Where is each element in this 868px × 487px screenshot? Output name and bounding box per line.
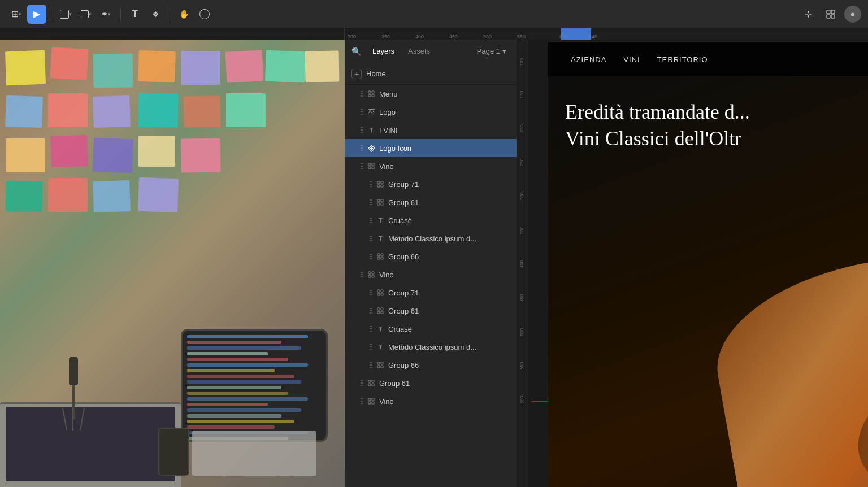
transform-btn[interactable]: ⊹ [799,5,817,23]
svg-rect-3 [831,15,835,18]
nav-item-vini: VINI [623,55,640,64]
ruler-vertical: 100 150 200 250 300 350 400 450 500 550 … [517,40,528,487]
toolbar-right: ⊹ ● [799,5,861,23]
sticky-note-9 [5,95,43,128]
layer-item-vino-2[interactable]: Vino [345,266,517,284]
text-icon: T [132,9,138,19]
svg-rect-49 [372,398,374,401]
layer-label-logo: Logo [379,108,510,116]
layer-item-cruase-2[interactable]: T Cruasè [345,320,517,338]
svg-rect-33 [381,290,383,292]
layer-item-group-61-2[interactable]: Group 61 [345,302,517,320]
layer-label-metodo-1: Metodo Classico ipsum d... [388,234,510,243]
layer-label-group-71-1: Group 71 [388,180,510,189]
layers-tab[interactable]: Layers [367,45,400,58]
canvas-area[interactable]: 100 150 200 250 300 350 400 450 500 550 … [517,40,868,487]
layer-item-group-71-1[interactable]: Group 71 [345,175,517,193]
sticky-note-10 [48,93,88,127]
group-icon [376,288,385,297]
assets-tab[interactable]: Assets [402,45,436,58]
pen-tool-btn[interactable]: ✒ ▾ [97,5,116,24]
svg-rect-22 [377,203,380,205]
sticky-note-17 [93,138,133,173]
text-tool-btn[interactable]: T [125,5,145,24]
drag-handle [370,218,372,223]
left-background-photo [0,40,345,487]
user-avatar-btn[interactable]: ● [844,6,861,23]
page-selector[interactable]: Page 1 ▾ [474,45,510,58]
sticky-note-13 [184,95,221,127]
svg-rect-12 [368,163,371,166]
component-tool-btn[interactable]: ❖ [146,5,165,24]
transform-icon: ⊹ [805,8,812,19]
drag-handle [361,398,363,404]
layer-label-vino-1: Vino [379,162,510,171]
layer-item-logo[interactable]: Logo [345,103,517,121]
layer-item-vino-1[interactable]: Vino [345,157,517,175]
layer-item-metodo-2[interactable]: T Metodo Classico ipsum d... [345,338,517,356]
layer-item-group-66-2[interactable]: Group 66 [345,356,517,374]
tools-left: ⊞ ▾ ▶ ▾ ▾ ✒ ▾ T ❖ ✋ [7,5,214,24]
layer-label-menu: Menu [379,90,510,98]
svg-rect-5 [372,91,374,93]
svg-rect-46 [368,384,371,386]
drag-handle [370,199,372,205]
home-layer-item[interactable]: + Home [345,63,517,85]
toolbar: ⊞ ▾ ▶ ▾ ▾ ✒ ▾ T ❖ ✋ [0,0,868,28]
layer-label-cruase-1: Cruasè [388,216,510,225]
svg-rect-7 [372,94,374,97]
text-icon: T [376,324,385,333]
comment-tool-btn[interactable] [195,5,214,24]
drag-handle [370,181,372,187]
hand-tool-btn[interactable]: ✋ [175,5,194,24]
frame-icon [60,10,69,19]
text-icon: T [376,234,385,243]
layer-item-group-61-1[interactable]: Group 61 [345,193,517,211]
layer-label-group-66-2: Group 66 [388,361,510,369]
nav-item-azienda: AZIENDA [571,55,606,64]
svg-rect-37 [381,308,383,310]
grid-tool-btn[interactable]: ⊞ ▾ [7,5,26,24]
drag-handle [361,109,363,115]
layer-item-logo-icon[interactable]: Logo Icon [345,139,517,157]
svg-rect-50 [368,402,371,404]
svg-rect-29 [372,272,374,274]
plugin-btn[interactable] [822,5,840,23]
drag-handle [370,308,372,314]
select-tool-btn[interactable]: ▶ [27,5,46,24]
svg-rect-24 [377,254,380,256]
svg-rect-32 [377,290,380,292]
layer-item-group-71-2[interactable]: Group 71 [345,284,517,302]
svg-rect-8 [368,109,375,115]
drag-handle [361,272,363,277]
svg-rect-4 [368,91,371,93]
layer-label-vino-2: Vino [379,271,510,279]
ruler-mark-550: 550 [517,34,526,40]
svg-rect-23 [381,203,383,205]
layer-item-vino-3[interactable]: Vino [345,392,517,410]
layer-item-cruase-1[interactable]: T Cruasè [345,211,517,229]
drag-handle [370,236,372,241]
frame-tool-btn[interactable]: ▾ [56,5,75,24]
ruler-v-500: 500 [519,328,524,336]
panel-tabs-header: 🔍 Layers Assets Page 1 ▾ [345,40,517,63]
ruler-v-600: 600 [519,396,524,403]
design-canvas: AZIENDA VINI TERRITORIO [531,42,868,487]
shape-tool-btn[interactable]: ▾ [76,5,96,24]
ruler-mark-300: 300 [348,34,356,40]
svg-rect-39 [381,311,383,314]
sticky-note-20 [6,180,43,212]
svg-rect-38 [377,311,380,314]
toolbar-separator-2 [120,7,121,21]
shape-dropdown-icon: ▾ [89,11,92,17]
layer-item-i-vini[interactable]: T I VINI [345,121,517,139]
layer-item-metodo-1[interactable]: T Metodo Classico ipsum d... [345,229,517,247]
layer-item-menu[interactable]: Menu [345,85,517,103]
drag-handle [361,380,363,386]
hero-title: Eredità tramandate d... Vini Classici de… [565,99,868,152]
ruler-v-450: 450 [519,294,524,302]
component-icon: ❖ [152,10,159,19]
layer-item-group-66-1[interactable]: Group 66 [345,247,517,266]
layer-item-group-61-3[interactable]: Group 61 [345,374,517,392]
sticky-note-12 [138,93,178,127]
